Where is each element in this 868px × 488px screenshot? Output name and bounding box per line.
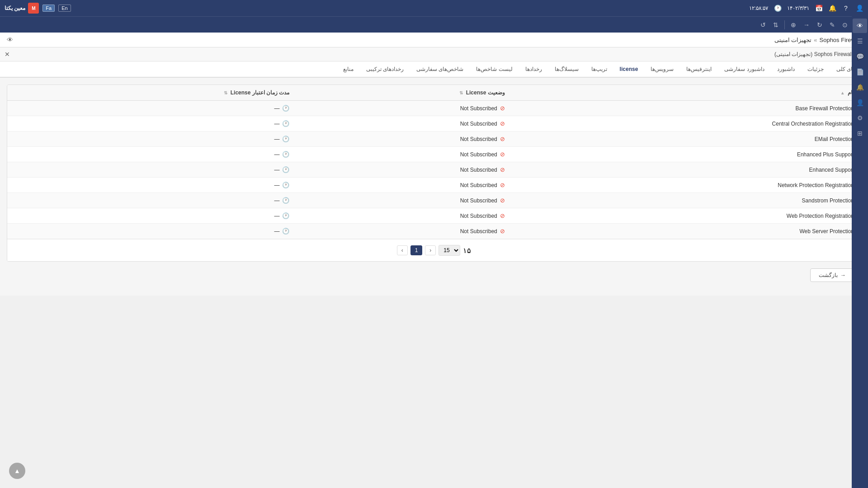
date-display: ۱۴۰۲/۳/۳۱ (787, 5, 809, 11)
table-row: Enhanced Plus Support Not Subscribed ⊘ —… (7, 147, 861, 162)
sort-status-icon: ⇅ (459, 90, 463, 95)
cell-status-5: Not Subscribed ⊘ (296, 178, 511, 193)
window-title: Sophos Firewall (تجهیزات امنیتی) (774, 51, 853, 57)
scroll-to-top-button[interactable]: ▲ (9, 463, 25, 479)
clock-icon-0: 🕐 (282, 105, 289, 112)
sidebar-settings-icon[interactable]: ⚙ (853, 111, 867, 125)
status-warning-icon-8: ⊘ (500, 228, 505, 235)
cell-duration-6: — 🕐 (7, 193, 296, 208)
table-row: EMail Protection Not Subscribed ⊘ — 🕐 (7, 131, 861, 147)
lang-fa-button[interactable]: Fa (42, 5, 55, 12)
cell-status-7: Not Subscribed ⊘ (296, 208, 511, 224)
cell-name-4: Enhanced Support (512, 162, 861, 178)
not-subscribed-label-5: Not Subscribed (460, 182, 497, 188)
status-warning-icon-0: ⊘ (500, 105, 505, 112)
lang-en-button[interactable]: En (58, 5, 71, 12)
clock-icon-4: 🕐 (282, 166, 289, 173)
table-row: Enhanced Support Not Subscribed ⊘ — 🕐 (7, 162, 861, 178)
toolbar-divider (784, 20, 785, 29)
status-warning-icon-2: ⊘ (500, 136, 505, 142)
pagination: ‹ 1 › 15 25 50 ۱۵ (7, 239, 861, 261)
tab-license[interactable]: license (613, 61, 645, 78)
toolbar-btn-2[interactable]: ⊙ (839, 19, 851, 30)
logo-icon: M (28, 3, 39, 14)
calendar-icon: 📅 (815, 4, 823, 12)
cell-duration-1: — 🕐 (7, 116, 296, 131)
tab-combined-events[interactable]: رخدادهای ترکیبی (360, 61, 410, 78)
tab-events[interactable]: رخدادها (519, 61, 548, 78)
table-row: Central Orchestration Registration Not S… (7, 116, 861, 131)
breadcrumb-root: تجهیزات امنیتی (774, 37, 812, 43)
tab-services[interactable]: سرویس‌ها (644, 61, 680, 78)
cell-duration-5: — 🕐 (7, 178, 296, 193)
cell-duration-3: — 🕐 (7, 147, 296, 162)
toolbar-btn-7[interactable]: ⇅ (770, 19, 782, 30)
toolbar-btn-5[interactable]: → (800, 19, 813, 30)
cell-status-3: Not Subscribed ⊘ (296, 147, 511, 162)
not-subscribed-label-7: Not Subscribed (460, 213, 497, 219)
table-container: نام ▲ وضعیت License ⇅ مدت زمان اعتبار Li… (7, 84, 861, 262)
page-1-button[interactable]: 1 (410, 245, 423, 255)
back-button[interactable]: → بازگشت (810, 268, 854, 282)
view-icon[interactable]: 👁 (7, 36, 13, 43)
col-name[interactable]: نام ▲ (512, 85, 861, 101)
duration-value-1: — (274, 121, 279, 127)
cell-status-6: Not Subscribed ⊘ (296, 193, 511, 208)
tab-resources[interactable]: منابع (337, 61, 360, 78)
tab-dashboard-sefareshi[interactable]: داشبورد سفارشی (718, 61, 770, 78)
not-subscribed-label-8: Not Subscribed (460, 228, 497, 235)
per-page-select[interactable]: 15 25 50 (439, 245, 460, 256)
col-duration[interactable]: مدت زمان اعتبار License ⇅ (7, 85, 296, 101)
user-avatar-icon[interactable]: 👤 (855, 4, 863, 12)
back-arrow-icon: → (840, 272, 846, 278)
sidebar-bell-icon[interactable]: 🔔 (853, 80, 867, 94)
next-page-button[interactable]: › (425, 245, 436, 255)
prev-page-button[interactable]: ‹ (397, 245, 408, 255)
tab-interface[interactable]: اینترفیس‌ها (680, 61, 718, 78)
tab-syslog[interactable]: سیسلاگ‌ها (548, 61, 585, 78)
main-content: نام ▲ وضعیت License ⇅ مدت زمان اعتبار Li… (0, 78, 868, 296)
tab-dashboard[interactable]: داشبورد (771, 61, 801, 78)
duration-value-5: — (274, 182, 279, 188)
cell-name-0: Base Firewall Protection (512, 101, 861, 116)
cell-duration-8: — 🕐 (7, 224, 296, 239)
col-status[interactable]: وضعیت License ⇅ (296, 85, 511, 101)
sidebar-grid-icon[interactable]: ⊞ (853, 126, 867, 141)
top-bar-left: 👤 ? 🔔 📅 ۱۴۰۲/۳/۳۱ 🕐 ۱۲:۵۸:۵۷ (749, 4, 863, 12)
question-icon[interactable]: ? (842, 4, 850, 12)
second-toolbar: ⊞ ⊙ ✎ ↻ → ⊕ ⇅ ↺ (0, 16, 868, 33)
breadcrumb-separator: » (814, 37, 817, 43)
cell-name-8: Web Server Protection (512, 224, 861, 239)
sidebar-eye-icon[interactable]: 👁 (853, 19, 867, 33)
sidebar-document-icon[interactable]: 📄 (853, 65, 867, 79)
window-close-button[interactable]: ✕ (5, 51, 10, 58)
tab-custom-indicators[interactable]: شاخص‌های سفارشی (410, 61, 470, 78)
sort-duration-icon: ⇅ (224, 90, 227, 95)
not-subscribed-label-6: Not Subscribed (460, 197, 497, 204)
tab-indicator-list[interactable]: لیست شاخص‌ها (470, 61, 519, 78)
tab-trips[interactable]: تریپ‌ها (585, 61, 613, 78)
sidebar-user-icon[interactable]: 👤 (853, 95, 867, 110)
notification-icon[interactable]: 🔔 (828, 4, 836, 12)
tab-joziyat[interactable]: جزئیات (801, 61, 830, 78)
clock-icon-6: 🕐 (282, 197, 289, 204)
table-row: Web Protection Registration Not Subscrib… (7, 208, 861, 224)
toolbar-btn-8[interactable]: ↺ (757, 19, 769, 30)
navigation-tabs: نمای کلی جزئیات داشبورد داشبورد سفارشی ا… (0, 61, 868, 78)
toolbar-btn-4[interactable]: ↻ (814, 19, 826, 30)
cell-duration-4: — 🕐 (7, 162, 296, 178)
clock-icon-5: 🕐 (282, 182, 289, 188)
top-bar-right: En Fa M معین یکتا (5, 3, 71, 14)
not-subscribed-label-2: Not Subscribed (460, 136, 497, 142)
sidebar-chat-icon[interactable]: 💬 (853, 49, 867, 64)
cell-name-3: Enhanced Plus Support (512, 147, 861, 162)
cell-name-7: Web Protection Registration (512, 208, 861, 224)
toolbar-btn-3[interactable]: ✎ (826, 19, 838, 30)
brand-name: معین یکتا (5, 5, 25, 11)
toolbar-btn-6[interactable]: ⊕ (788, 19, 799, 30)
status-warning-icon-3: ⊘ (500, 151, 505, 158)
sidebar-list-icon[interactable]: ☰ (853, 34, 867, 48)
not-subscribed-label-1: Not Subscribed (460, 121, 497, 127)
right-sidebar: 👁 ☰ 💬 📄 🔔 👤 ⚙ ⊞ (852, 16, 868, 488)
cell-duration-0: — 🕐 (7, 101, 296, 116)
